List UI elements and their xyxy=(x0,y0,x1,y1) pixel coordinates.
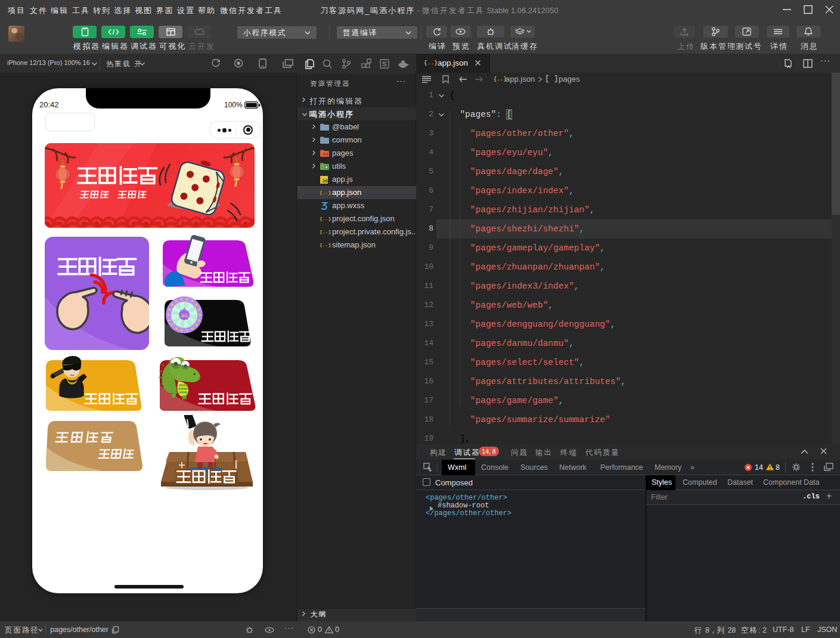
svg-text:GO: GO xyxy=(181,314,188,318)
